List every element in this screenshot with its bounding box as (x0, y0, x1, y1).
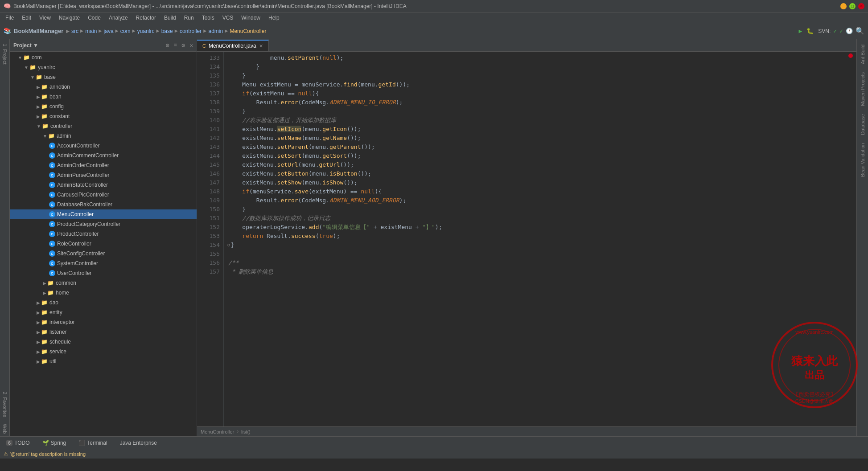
run-button[interactable]: ▶ (799, 28, 802, 35)
tree-item-adminstatecontroller[interactable]: CAdminStateController (10, 180, 197, 190)
menu-build[interactable]: Build (160, 14, 180, 22)
bc-bottom-list[interactable]: list() (241, 429, 251, 434)
menu-analyze[interactable]: Analyze (105, 14, 132, 22)
bc-base[interactable]: base (161, 28, 173, 34)
tree-item-service[interactable]: ▶📁service (10, 347, 197, 356)
code-editor[interactable]: 1331341351361371381391401411421431441451… (197, 52, 856, 426)
minimize-button[interactable]: − (840, 3, 847, 9)
tree-item-interceptor[interactable]: ▶📁interceptor (10, 317, 197, 327)
code-text-145: existMenu.setUrl(menu.getUrl()); (228, 160, 354, 169)
bc-src[interactable]: src (71, 28, 78, 34)
tree-item-dao[interactable]: ▶📁dao (10, 298, 197, 307)
svn-clock[interactable]: 🕐 (846, 28, 853, 35)
tree-item-util[interactable]: ▶📁util (10, 356, 197, 366)
code-content[interactable]: menu.setParent(null); } } Menu existMenu… (224, 52, 856, 426)
settings-icon[interactable]: ⚙ (166, 42, 169, 49)
maven-projects-tab[interactable]: Maven Projects (858, 69, 867, 110)
title-bar-controls[interactable]: − □ ✕ (840, 3, 864, 9)
tab-close-icon[interactable]: ✕ (259, 43, 263, 49)
tree-item-annotion[interactable]: ▶📁annotion (10, 82, 197, 92)
tree-item-entity[interactable]: ▶📁entity (10, 307, 197, 317)
tree-item-menucontroller[interactable]: CMenuController (10, 209, 197, 219)
bc-java[interactable]: java (104, 28, 114, 34)
code-line-150: } (227, 205, 853, 214)
tree-item-productcontroller[interactable]: CProductController (10, 229, 197, 239)
menu-code[interactable]: Code (84, 14, 104, 22)
todo-tab[interactable]: 6 TODO (4, 439, 33, 447)
tree-item-adminpursecontroller[interactable]: CAdminPurseController (10, 170, 197, 180)
favorites-sidebar-tab[interactable]: 2: Favorites (1, 389, 8, 420)
tree-item-productcategorycontroller[interactable]: CProductCategoryController (10, 219, 197, 229)
bc-controller[interactable]: controller (180, 28, 202, 34)
menu-help[interactable]: Help (265, 14, 283, 22)
tree-item-label: AdminCommentController (57, 152, 119, 159)
close-button[interactable]: ✕ (858, 3, 864, 9)
tree-item-admin[interactable]: ▼📁admin (10, 131, 197, 141)
bc-com[interactable]: com (120, 28, 131, 34)
tree-item-constant[interactable]: ▶📁constant (10, 111, 197, 121)
editor-tab-menucontroller[interactable]: C MenuController.java ✕ (197, 40, 269, 51)
bc-menucontroller[interactable]: MenuController (230, 28, 266, 34)
tree-item-adminordercontroller[interactable]: CAdminOrderController (10, 160, 197, 170)
menu-file[interactable]: File (2, 14, 17, 22)
menu-refactor[interactable]: Refactor (132, 14, 160, 22)
bc-main[interactable]: main (85, 28, 97, 34)
maximize-button[interactable]: □ (849, 3, 856, 9)
gutter-icon-154[interactable]: ⊖ (227, 241, 230, 250)
menu-run[interactable]: Run (181, 14, 197, 22)
tree-item-home[interactable]: ▶📁home (10, 288, 197, 298)
title-bar: 🧠 BookMallManager [E:\idea_workspace\Boo… (0, 0, 868, 12)
tree-item-base[interactable]: ▼📁base (10, 72, 197, 82)
bc-admin[interactable]: admin (209, 28, 223, 34)
menu-bar: FileEditViewNavigateCodeAnalyzeRefactorB… (0, 12, 868, 23)
spring-tab[interactable]: 🌱 Spring (40, 439, 69, 447)
tree-item-label: config (49, 103, 64, 110)
tree-item-bean[interactable]: ▶📁bean (10, 92, 197, 102)
close-panel-icon[interactable]: ✕ (189, 42, 193, 49)
svn-check[interactable]: ✓ (833, 28, 837, 35)
tree-item-admincommentcontroller[interactable]: CAdminCommentController (10, 151, 197, 160)
tree-item-label: bean (49, 94, 62, 100)
project-sidebar-tab[interactable]: 1: Project (1, 41, 8, 67)
tree-item-usercontroller[interactable]: CUserController (10, 268, 197, 278)
toolbar-project-name[interactable]: BookMallManager (14, 28, 63, 34)
tree-item-com[interactable]: ▼📁com (10, 53, 197, 62)
menu-window[interactable]: Window (238, 14, 264, 22)
tree-item-siteconfigcontroller[interactable]: CSiteConfigController (10, 249, 197, 258)
folder-icon: 📁 (29, 64, 36, 70)
terminal-tab[interactable]: ⬛ Terminal (76, 439, 110, 447)
tree-item-config[interactable]: ▶📁config (10, 102, 197, 111)
gear-icon[interactable]: ⚙ (181, 42, 185, 49)
project-panel: Project ▼ ⚙ ≡ ⚙ ✕ ▼📁com▼📁yuanlrc▼📁base▶📁… (10, 39, 197, 436)
tree-item-databasebakcontroller[interactable]: CDatabaseBakController (10, 200, 197, 209)
svn-check2[interactable]: ✓ (839, 28, 843, 35)
bc-bottom-menucontroller[interactable]: MenuController (201, 429, 234, 434)
tree-item-yuanlrc[interactable]: ▼📁yuanlrc (10, 62, 197, 72)
tree-item-rolecontroller[interactable]: CRoleController (10, 239, 197, 249)
tree-item-schedule[interactable]: ▶📁schedule (10, 337, 197, 347)
tree-item-common[interactable]: ▶📁common (10, 278, 197, 288)
menu-navigate[interactable]: Navigate (55, 14, 83, 22)
tree-item-systemcontroller[interactable]: CSystemController (10, 258, 197, 268)
bc-yuanlrc[interactable]: yuanlrc (137, 28, 155, 34)
java-enterprise-tab[interactable]: Java Enterprise (117, 439, 160, 447)
menu-edit[interactable]: Edit (18, 14, 35, 22)
bean-validation-tab[interactable]: Bean Validation (858, 139, 867, 180)
database-tab[interactable]: Database (858, 111, 867, 139)
line-number-142: 142 (197, 134, 220, 143)
tree-item-listener[interactable]: ▶📁listener (10, 327, 197, 337)
warning-icon: ⚠ (4, 451, 8, 457)
tree-item-controller[interactable]: ▼📁controller (10, 121, 197, 131)
menu-vcs[interactable]: VCS (219, 14, 237, 22)
debug-icon[interactable]: 🐛 (805, 28, 815, 35)
menu-tools[interactable]: Tools (198, 14, 218, 22)
collapse-icon[interactable]: ≡ (174, 42, 177, 49)
tree-item-label: CarouselPicController (57, 192, 109, 198)
tree-item-carouselpiccontroller[interactable]: CCarouselPicController (10, 190, 197, 200)
web-sidebar-tab[interactable]: Web (1, 421, 8, 436)
search-icon[interactable]: 🔍 (856, 27, 864, 36)
tree-item-label: service (49, 348, 66, 355)
tree-item-accountcontroller[interactable]: CAccountController (10, 141, 197, 151)
ant-build-tab[interactable]: Ant Build (858, 41, 867, 68)
menu-view[interactable]: View (36, 14, 54, 22)
